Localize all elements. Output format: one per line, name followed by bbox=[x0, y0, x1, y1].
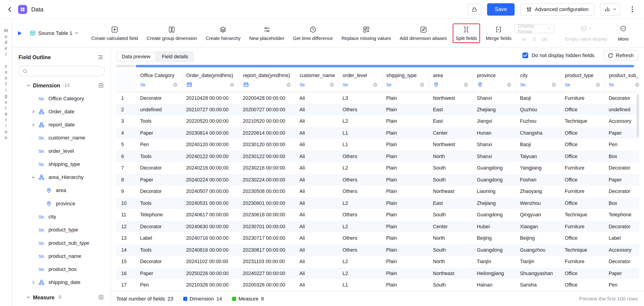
lock-button[interactable] bbox=[467, 4, 481, 15]
chevron-down-icon[interactable] bbox=[31, 175, 38, 179]
back-button[interactable] bbox=[6, 5, 14, 13]
source-table-selector[interactable]: Source Table 1 bbox=[27, 29, 81, 36]
column-header-city[interactable]: cityStr.⚙ bbox=[516, 69, 561, 92]
field-item-customer-name[interactable]: Str.customer_name bbox=[12, 131, 110, 145]
search-input[interactable] bbox=[31, 68, 100, 74]
tab-data-preview[interactable]: Data preview bbox=[116, 52, 156, 61]
horizontal-scrollbar-thumb[interactable] bbox=[136, 65, 634, 67]
merge-fields-button[interactable]: Merge fields bbox=[483, 23, 514, 43]
chevron-down-icon[interactable] bbox=[26, 295, 30, 299]
field-item-product-type[interactable]: Str.product_type bbox=[12, 223, 110, 236]
column-header-order-level[interactable]: order_levelStr.⚙ bbox=[338, 69, 382, 92]
vertical-scrollbar-thumb[interactable] bbox=[637, 94, 639, 137]
column-header-product-sub-type[interactable]: product_sub_typeStr.⚙ bbox=[604, 69, 639, 92]
gear-icon[interactable]: ⚙ bbox=[286, 82, 291, 87]
field-item-product-name[interactable]: Str.product_name bbox=[12, 250, 110, 263]
column-header-order-date-ymdhms-[interactable]: Order_date(ymdhms)⚙ bbox=[182, 69, 239, 92]
outline-toggle-icon[interactable] bbox=[96, 53, 104, 61]
gear-icon[interactable]: ⚙ bbox=[373, 82, 378, 87]
field-item-shipping-date[interactable]: shipping_date bbox=[12, 276, 110, 289]
column-title: product_sub_type bbox=[605, 69, 639, 78]
table-row: 12Decorator20240630 00:00:0020230701 00:… bbox=[116, 221, 639, 232]
create-calculated-field-button[interactable]: Create calculated field bbox=[88, 23, 141, 43]
add-field-icon[interactable] bbox=[98, 83, 104, 88]
field-item-product-box[interactable]: Str.product_box bbox=[12, 263, 110, 276]
hidden-fields-checkbox[interactable]: Do not display hidden fields bbox=[522, 52, 594, 58]
cell: 20240507 00:00:00 bbox=[182, 186, 239, 197]
cell: Office bbox=[561, 268, 604, 279]
advanced-configuration-button[interactable]: Advanced configuration bbox=[520, 3, 594, 15]
cell: 20230601 00:00:00 bbox=[239, 197, 296, 209]
add-dimension-aliases-button[interactable]: Add dimension aliases bbox=[397, 23, 450, 43]
field-item-area-hierarchy[interactable]: area_Hierarchy bbox=[12, 171, 110, 184]
measure-section-header[interactable]: Measure ·9 bbox=[12, 291, 110, 304]
cell: 20220814 00:00:00 bbox=[239, 127, 296, 139]
cell: Yangjiang bbox=[516, 162, 561, 174]
chevron-right-icon[interactable] bbox=[31, 123, 38, 127]
replace-missing-values-button[interactable]: Replace missing values bbox=[338, 23, 394, 43]
create-hierarchy-button[interactable]: Create hierarchy bbox=[203, 23, 244, 43]
checkbox-checked-icon[interactable] bbox=[522, 52, 528, 58]
tab-field-details[interactable]: Field details bbox=[156, 52, 194, 61]
gear-icon[interactable]: ⚙ bbox=[230, 82, 234, 87]
column-header-product-type[interactable]: product_typeStr.⚙ bbox=[561, 69, 604, 92]
field-item-shipping-type[interactable]: Str.shipping_type bbox=[12, 158, 110, 171]
column-header-province[interactable]: province⚙ bbox=[473, 69, 516, 92]
column-header-area[interactable]: area⚙ bbox=[429, 69, 472, 92]
cell: Decorator bbox=[136, 186, 182, 197]
more-circle-icon bbox=[620, 25, 626, 32]
chevron-right-icon[interactable] bbox=[31, 110, 38, 114]
cell: 20240216 00:00:00 bbox=[182, 162, 239, 174]
row-number: 4 bbox=[116, 127, 136, 139]
cell: Zhejiang bbox=[473, 104, 516, 115]
string-field-icon: Str. bbox=[38, 228, 48, 232]
field-label: Order_date bbox=[48, 109, 74, 114]
column-header-shipping-type[interactable]: shipping_typeStr.⚙ bbox=[382, 69, 429, 92]
refresh-button[interactable]: Refresh bbox=[604, 50, 638, 61]
decimal-format-icon: .0 bbox=[532, 36, 536, 42]
chart-view-dropdown-button[interactable] bbox=[600, 3, 620, 15]
more-tools-button[interactable]: More bbox=[618, 24, 628, 41]
save-button[interactable]: Save bbox=[487, 3, 515, 15]
field-item-order-level[interactable]: Str.order_level bbox=[12, 145, 110, 158]
gear-icon[interactable]: ⚙ bbox=[552, 82, 556, 87]
gear-icon[interactable]: ⚙ bbox=[329, 82, 334, 87]
expand-model-config-icon[interactable] bbox=[18, 31, 22, 35]
new-placeholder-button[interactable]: New placeholder bbox=[246, 23, 287, 43]
string-field-icon: Str. bbox=[343, 82, 349, 87]
split-fields-button[interactable]: Split fields bbox=[452, 23, 480, 43]
field-label: area bbox=[56, 188, 66, 193]
more-menu-icon[interactable]: ⋮ bbox=[626, 5, 638, 13]
column-header-report-date-ymdhms-[interactable]: report_date(ymdhms)⚙ bbox=[239, 69, 296, 92]
create-group-dimension-button[interactable]: Create group dimension bbox=[144, 23, 200, 43]
scrollbar-corner bbox=[116, 65, 134, 67]
field-item-area[interactable]: area bbox=[12, 184, 110, 197]
gear-icon[interactable]: ⚙ bbox=[173, 82, 178, 87]
cell: Ali bbox=[296, 174, 338, 186]
field-search-box[interactable] bbox=[18, 66, 105, 76]
cell: Ali bbox=[296, 268, 338, 279]
gear-icon[interactable]: ⚙ bbox=[595, 82, 600, 87]
dimension-section-header[interactable]: Dimension ·14 bbox=[12, 79, 110, 92]
chevron-down-icon[interactable] bbox=[26, 83, 30, 87]
gear-icon[interactable]: ⚙ bbox=[464, 82, 468, 87]
column-header-customer-name[interactable]: customer_nameStr.⚙ bbox=[296, 69, 338, 92]
field-item-city[interactable]: Str.city bbox=[12, 210, 110, 223]
column-header-office-category[interactable]: Office CategoryStr.⚙ bbox=[136, 69, 182, 92]
field-item-report-date[interactable]: report_date bbox=[12, 118, 110, 131]
cell: 20200428 00:00:00 bbox=[239, 92, 296, 104]
get-time-difference-button[interactable]: Get time difference bbox=[290, 23, 336, 43]
add-field-icon[interactable] bbox=[98, 294, 104, 300]
cell: Others bbox=[338, 174, 382, 186]
cell: Plain bbox=[382, 92, 429, 104]
table-icon bbox=[30, 30, 36, 36]
cell: Plain bbox=[382, 232, 429, 244]
gear-icon[interactable]: ⚙ bbox=[507, 82, 512, 87]
field-item-office-category[interactable]: Str.Office Category bbox=[12, 92, 110, 105]
field-item-order-date[interactable]: Order_date bbox=[12, 105, 110, 118]
field-item-product-sub-type[interactable]: Str.product_sub_type bbox=[12, 237, 110, 250]
gear-icon[interactable]: ⚙ bbox=[420, 82, 424, 87]
field-item-province[interactable]: province bbox=[12, 197, 110, 210]
gear-icon[interactable]: ⚙ bbox=[635, 82, 639, 87]
chevron-right-icon[interactable] bbox=[31, 280, 38, 285]
